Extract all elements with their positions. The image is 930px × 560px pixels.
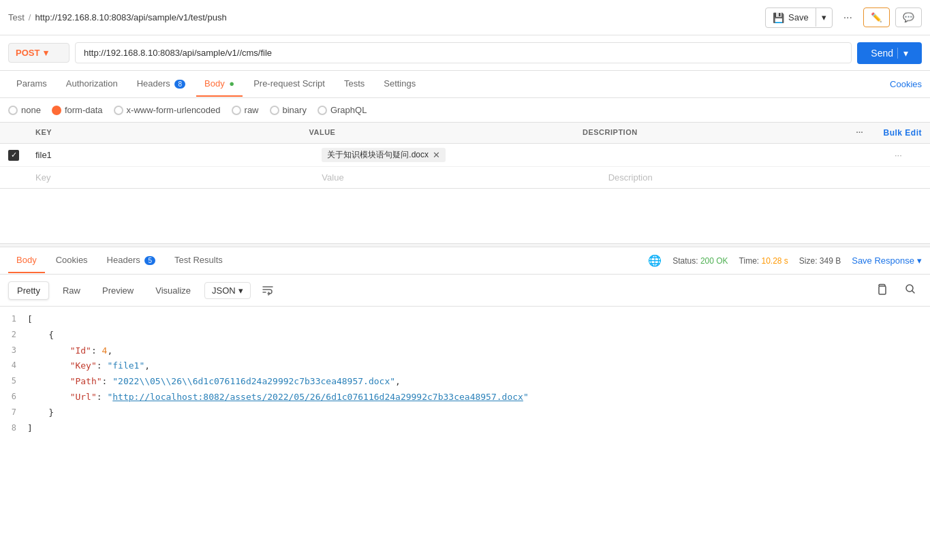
svg-rect-0 — [879, 286, 886, 294]
tab-settings[interactable]: Settings — [375, 72, 424, 97]
view-preview-button[interactable]: Preview — [94, 282, 142, 299]
empty-row: Key Value Description — [0, 167, 930, 188]
copy-button[interactable] — [870, 280, 893, 300]
size-meta: Size: 349 B — [799, 256, 841, 266]
resp-tab-test-results[interactable]: Test Results — [166, 248, 231, 273]
resp-tab-cookies[interactable]: Cookies — [48, 248, 96, 273]
size-value: 349 B — [820, 256, 841, 266]
method-dropdown-arrow: ▾ — [44, 48, 48, 58]
radio-form-data[interactable] — [52, 106, 61, 115]
status-value: 200 OK — [700, 256, 728, 266]
globe-icon: 🌐 — [648, 254, 662, 267]
response-tabs: Body Cookies Headers 5 Test Results 🌐 St… — [0, 247, 930, 275]
resp-headers-badge: 5 — [144, 256, 155, 265]
radio-urlencoded[interactable] — [114, 106, 123, 115]
tab-authorization[interactable]: Authorization — [58, 72, 126, 97]
line-num-2: 2 — [0, 328, 27, 343]
save-dropdown-arrow[interactable]: ▾ — [816, 8, 832, 27]
row-more[interactable]: ··· — [895, 150, 922, 160]
status-meta: Status: 200 OK — [672, 256, 728, 266]
request-tabs: Params Authorization Headers 8 Body ● Pr… — [0, 71, 930, 98]
method-selector[interactable]: POST ▾ — [8, 43, 69, 63]
remove-file-button[interactable]: ✕ — [433, 150, 440, 160]
header-bulk-edit[interactable]: Bulk Edit — [883, 128, 922, 138]
copy-icon — [875, 283, 888, 295]
checkmark-icon: ✓ — [11, 151, 17, 159]
body-type-urlencoded[interactable]: x-www-form-urlencoded — [114, 105, 221, 115]
resp-tab-headers[interactable]: Headers 5 — [99, 248, 164, 273]
send-dropdown-arrow[interactable]: ▾ — [897, 48, 908, 59]
code-line-2: 2 { — [0, 328, 930, 343]
tab-body[interactable]: Body ● — [196, 72, 243, 97]
body-type-form-data[interactable]: form-data — [52, 105, 103, 115]
save-response-arrow: ▾ — [917, 255, 922, 266]
line-content-4: "Key": "file1", — [27, 359, 930, 373]
code-line-1: 1 [ — [0, 312, 930, 328]
view-visualize-button[interactable]: Visualize — [147, 282, 199, 299]
save-icon: 💾 — [773, 12, 784, 23]
breadcrumb-separator: / — [29, 12, 31, 22]
radio-none-label: none — [21, 105, 41, 115]
body-type-graphql[interactable]: GraphQL — [317, 105, 367, 115]
radio-graphql[interactable] — [317, 106, 327, 115]
radio-binary[interactable] — [270, 106, 279, 115]
save-button-main[interactable]: 💾 Save — [766, 8, 816, 27]
wrap-button[interactable] — [256, 281, 279, 300]
code-line-8: 8 ] — [0, 421, 930, 437]
checkbox-checked[interactable]: ✓ — [8, 150, 19, 161]
row-key[interactable]: file1 — [35, 150, 322, 160]
code-line-3: 3 "Id": 4, — [0, 343, 930, 359]
line-num-5: 5 — [0, 375, 27, 389]
line-content-5: "Path": "2022\\05\\26\\6d1c076116d24a299… — [27, 375, 930, 389]
breadcrumb-test[interactable]: Test — [8, 12, 25, 22]
form-data-table: KEY VALUE DESCRIPTION ··· Bulk Edit ✓ fi… — [0, 123, 930, 189]
line-num-6: 6 — [0, 390, 27, 405]
empty-value[interactable]: Value — [322, 172, 608, 183]
search-button[interactable] — [899, 280, 922, 300]
send-button[interactable]: Send ▾ — [857, 42, 922, 64]
tab-headers[interactable]: Headers 8 — [129, 72, 193, 97]
response-toolbar: Pretty Raw Preview Visualize JSON ▾ — [0, 275, 930, 307]
save-response-button[interactable]: Save Response ▾ — [852, 255, 922, 266]
save-response-label: Save Response — [852, 255, 914, 266]
line-num-4: 4 — [0, 359, 27, 373]
cookies-link[interactable]: Cookies — [890, 79, 922, 89]
edit-button[interactable]: ✏️ — [863, 7, 890, 27]
time-value: 10.28 s — [761, 256, 788, 266]
view-pretty-button[interactable]: Pretty — [8, 281, 49, 300]
body-type-binary[interactable]: binary — [270, 105, 307, 115]
resp-tab-body[interactable]: Body — [8, 248, 45, 273]
more-options-button[interactable]: ··· — [838, 9, 858, 27]
tab-tests[interactable]: Tests — [336, 72, 373, 97]
body-type-none[interactable]: none — [8, 105, 41, 115]
code-line-5: 5 "Path": "2022\\05\\26\\6d1c076116d24a2… — [0, 374, 930, 390]
radio-raw-label: raw — [245, 105, 259, 115]
row-checkbox[interactable]: ✓ — [8, 150, 35, 161]
tab-pre-request[interactable]: Pre-request Script — [245, 72, 333, 97]
radio-form-data-label: form-data — [65, 105, 103, 115]
header-value: VALUE — [309, 128, 583, 138]
header-description: DESCRIPTION — [583, 128, 856, 138]
url-link[interactable]: http://localhost:8082/assets/2022/05/26/… — [112, 392, 523, 402]
empty-key[interactable]: Key — [35, 172, 322, 183]
table-row: ✓ file1 关于知识模块语句疑问.docx ✕ ··· — [0, 144, 930, 167]
body-type-raw[interactable]: raw — [232, 105, 259, 115]
save-button[interactable]: 💾 Save ▾ — [765, 7, 833, 28]
body-type-bar: none form-data x-www-form-urlencoded raw… — [0, 98, 930, 123]
empty-description[interactable]: Description — [608, 172, 895, 183]
tab-params[interactable]: Params — [8, 72, 55, 97]
url-input[interactable] — [75, 42, 852, 63]
comment-button[interactable]: 💬 — [895, 7, 922, 27]
response-body: 1 [ 2 { 3 "Id": 4, 4 "Key": "file1", 5 — [0, 307, 930, 458]
radio-raw[interactable] — [232, 106, 241, 115]
file-tag: 关于知识模块语句疑问.docx ✕ — [322, 148, 446, 162]
save-label: Save — [788, 12, 809, 22]
format-selector[interactable]: JSON ▾ — [204, 282, 251, 299]
line-content-2: { — [27, 328, 930, 343]
response-meta: 🌐 Status: 200 OK Time: 10.28 s Size: 349… — [648, 254, 922, 267]
radio-none[interactable] — [8, 106, 18, 115]
response-section: Body Cookies Headers 5 Test Results 🌐 St… — [0, 247, 930, 458]
view-raw-button[interactable]: Raw — [55, 282, 89, 299]
search-icon — [904, 283, 916, 295]
code-line-4: 4 "Key": "file1", — [0, 358, 930, 374]
